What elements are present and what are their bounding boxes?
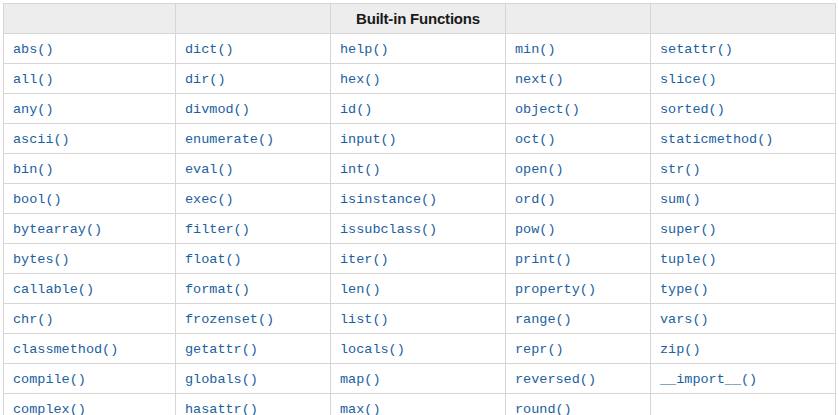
header-cell-empty (506, 4, 651, 34)
function-link[interactable]: tuple() (660, 252, 717, 267)
function-link[interactable]: abs() (13, 42, 54, 57)
function-link[interactable]: dir() (185, 72, 226, 87)
table-cell: round() (506, 394, 651, 415)
table-cell: reversed() (506, 364, 651, 394)
function-link[interactable]: hex() (340, 72, 381, 87)
function-link[interactable]: range() (515, 312, 572, 327)
function-link[interactable]: round() (515, 402, 572, 415)
function-link[interactable]: str() (660, 162, 701, 177)
function-link[interactable]: chr() (13, 312, 54, 327)
table-row: bytearray()filter()issubclass()pow()supe… (4, 214, 836, 244)
function-link[interactable]: frozenset() (185, 312, 274, 327)
function-link[interactable]: globals() (185, 372, 258, 387)
function-link[interactable]: staticmethod() (660, 132, 773, 147)
function-link[interactable]: any() (13, 102, 54, 117)
function-link[interactable]: help() (340, 42, 389, 57)
function-link[interactable]: sorted() (660, 102, 725, 117)
table-cell: complex() (4, 394, 176, 415)
function-link[interactable]: ascii() (13, 132, 70, 147)
function-link[interactable]: __import__() (660, 372, 757, 387)
table-cell: all() (4, 64, 176, 94)
function-link[interactable]: iter() (340, 252, 389, 267)
function-link[interactable]: input() (340, 132, 397, 147)
table-cell: max() (331, 394, 506, 415)
table-cell: classmethod() (4, 334, 176, 364)
table-cell: iter() (331, 244, 506, 274)
function-link[interactable]: list() (340, 312, 389, 327)
function-link[interactable]: vars() (660, 312, 709, 327)
table-row: callable()format()len()property()type() (4, 274, 836, 304)
function-link[interactable]: zip() (660, 342, 701, 357)
function-link[interactable]: property() (515, 282, 596, 297)
function-link[interactable]: compile() (13, 372, 86, 387)
table-cell: bytes() (4, 244, 176, 274)
function-link[interactable]: print() (515, 252, 572, 267)
table-cell: setattr() (651, 34, 836, 64)
function-link[interactable]: bytearray() (13, 222, 102, 237)
function-link[interactable]: enumerate() (185, 132, 274, 147)
function-link[interactable]: pow() (515, 222, 556, 237)
table-cell: sum() (651, 184, 836, 214)
function-link[interactable]: hasattr() (185, 402, 258, 415)
function-link[interactable]: slice() (660, 72, 717, 87)
function-link[interactable]: bytes() (13, 252, 70, 267)
function-link[interactable]: len() (340, 282, 381, 297)
function-link[interactable]: int() (340, 162, 381, 177)
function-link[interactable]: bool() (13, 192, 62, 207)
function-link[interactable]: oct() (515, 132, 556, 147)
table-cell: range() (506, 304, 651, 334)
function-link[interactable]: super() (660, 222, 717, 237)
function-link[interactable]: eval() (185, 162, 234, 177)
function-link[interactable]: reversed() (515, 372, 596, 387)
table-cell: enumerate() (176, 124, 331, 154)
function-link[interactable]: getattr() (185, 342, 258, 357)
table-cell: callable() (4, 274, 176, 304)
function-link[interactable]: max() (340, 402, 381, 415)
table-cell: next() (506, 64, 651, 94)
table-row: ascii()enumerate()input()oct()staticmeth… (4, 124, 836, 154)
function-link[interactable]: object() (515, 102, 580, 117)
function-link[interactable]: open() (515, 162, 564, 177)
table-cell: oct() (506, 124, 651, 154)
function-link[interactable]: bin() (13, 162, 54, 177)
table-cell: eval() (176, 154, 331, 184)
function-link[interactable]: all() (13, 72, 54, 87)
table-cell: property() (506, 274, 651, 304)
table-row: compile()globals()map()reversed()__impor… (4, 364, 836, 394)
function-link[interactable]: classmethod() (13, 342, 118, 357)
function-link[interactable]: locals() (340, 342, 405, 357)
table-cell: bytearray() (4, 214, 176, 244)
table-row: chr()frozenset()list()range()vars() (4, 304, 836, 334)
function-link[interactable]: sum() (660, 192, 701, 207)
function-link[interactable]: type() (660, 282, 709, 297)
function-link[interactable]: ord() (515, 192, 556, 207)
table-cell: help() (331, 34, 506, 64)
function-link[interactable]: divmod() (185, 102, 250, 117)
function-link[interactable]: map() (340, 372, 381, 387)
function-link[interactable]: setattr() (660, 42, 733, 57)
function-link[interactable]: format() (185, 282, 250, 297)
function-link[interactable]: exec() (185, 192, 234, 207)
table-cell: divmod() (176, 94, 331, 124)
table-cell: open() (506, 154, 651, 184)
function-link[interactable]: isinstance() (340, 192, 437, 207)
function-link[interactable]: id() (340, 102, 372, 117)
header-cell-empty (651, 4, 836, 34)
table-cell: dict() (176, 34, 331, 64)
table-cell: list() (331, 304, 506, 334)
function-link[interactable]: filter() (185, 222, 250, 237)
table-row: complex()hasattr()max()round() (4, 394, 836, 415)
function-link[interactable]: callable() (13, 282, 94, 297)
table-cell: type() (651, 274, 836, 304)
function-link[interactable]: repr() (515, 342, 564, 357)
table-header-row: Built-in Functions (4, 4, 836, 34)
function-link[interactable]: float() (185, 252, 242, 267)
function-link[interactable]: issubclass() (340, 222, 437, 237)
function-link[interactable]: next() (515, 72, 564, 87)
table-cell: issubclass() (331, 214, 506, 244)
function-link[interactable]: complex() (13, 402, 86, 415)
table-cell: isinstance() (331, 184, 506, 214)
function-link[interactable]: min() (515, 42, 556, 57)
function-link[interactable]: dict() (185, 42, 234, 57)
table-cell: float() (176, 244, 331, 274)
